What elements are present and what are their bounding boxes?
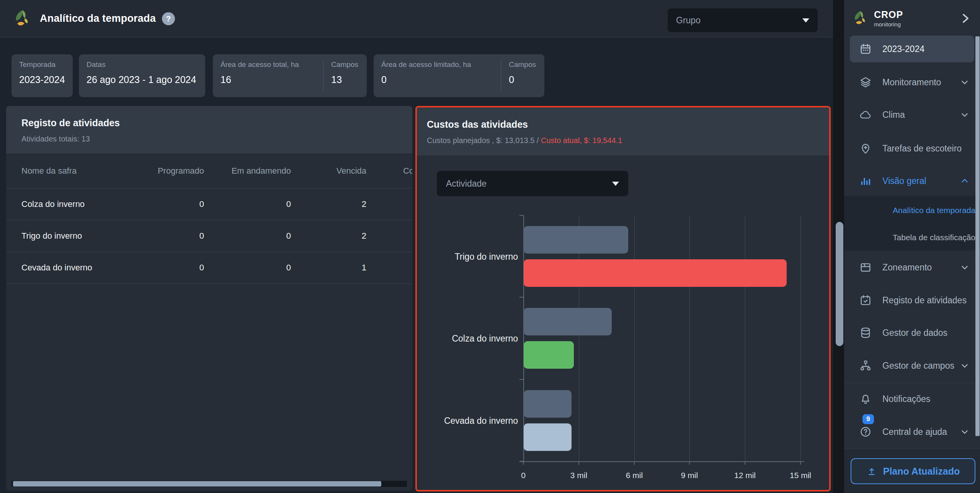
bar-planned-0[interactable] <box>524 226 628 254</box>
sidebar-item-notificacoes[interactable]: Notificações <box>850 387 974 411</box>
plan-updated-label: Plano Atualizado <box>883 466 960 477</box>
x-axis-tick <box>578 461 579 465</box>
table-header-row: Nome da safra Programado Em andamendo Ve… <box>6 153 412 189</box>
chevron-down-icon <box>802 18 809 23</box>
sidebar-item-season[interactable]: 2023-2024 <box>850 36 974 62</box>
cell-vencida: 1 <box>291 252 367 284</box>
sidebar-item-registo-de-atividades[interactable]: Registo de atividades <box>850 288 974 312</box>
col-nome-da-safra: Nome da safra <box>6 153 144 189</box>
costs-panel-header: Custos das atividades Custos planejados … <box>417 107 829 155</box>
content-scrollbar-track[interactable] <box>833 0 844 493</box>
sidebar-item-monitoramento[interactable]: Monitoramento <box>850 70 974 94</box>
sidebar-item-gestor-de-campos[interactable]: Gestor de campos <box>850 353 974 378</box>
bar-planned-1[interactable] <box>524 308 612 335</box>
stat-area-limitada: Área de acesso limitado, ha 0 Campos 0 <box>374 54 544 97</box>
costs-panel-highlighted: Custos das atividades Custos planejados … <box>415 106 831 491</box>
sidebar-subitem-analitico-da-temporada[interactable]: Analítico da temporada <box>844 202 978 219</box>
stat-area-total: Área de acesso total, ha 16 Campos 13 <box>213 54 367 97</box>
y-axis-tick <box>519 379 523 380</box>
stat-value: 26 ago 2023 - 1 ago 2024 <box>87 74 196 85</box>
category-label: Trigo do inverno <box>423 251 518 262</box>
sidebar-item-label: Visão geral <box>882 176 926 186</box>
map-pin-plus-icon <box>859 142 872 155</box>
cell-vencida: 2 <box>291 220 367 252</box>
activities-total: Atividades totais: 13 <box>21 135 412 143</box>
chevron-up-icon <box>960 176 970 186</box>
chevron-down-icon <box>612 182 619 186</box>
stat-label: Área de acesso limitado, ha <box>381 60 492 69</box>
cell-em-andamento: 0 <box>204 220 291 252</box>
planned-costs-text: Custos planejados , $: 13,013.5 / <box>427 136 541 145</box>
gridline <box>689 215 690 461</box>
chevron-down-icon <box>960 427 970 437</box>
activities-panel-header: Registo de atividades Atividades totais:… <box>6 106 412 153</box>
horizontal-scrollbar-thumb[interactable] <box>13 481 381 486</box>
cell-em-andamento: 0 <box>204 252 291 284</box>
table-row[interactable]: Trigo do inverno 0 0 2 <box>6 220 412 252</box>
chevron-right-icon <box>959 10 972 27</box>
bar-planned-2[interactable] <box>524 390 572 418</box>
cell-vencida: 2 <box>291 189 367 220</box>
sidebar-item-gestor-de-dados[interactable]: Gestor de dados <box>850 321 974 345</box>
chevron-down-icon <box>960 361 970 371</box>
stat-value: 13 <box>331 74 358 85</box>
sidebar-item-tarefas-de-escoteiro[interactable]: Tarefas de escoteiro <box>850 136 974 161</box>
sidebar-subitem-tabela-de-classificacao[interactable]: Tabela de classificação <box>844 229 978 246</box>
content-scrollbar-thumb[interactable] <box>836 222 843 346</box>
plan-updated-button[interactable]: Plano Atualizado <box>851 458 975 484</box>
page-title: Analítico da temporada <box>40 13 156 24</box>
col-vencida: Vencida <box>291 153 367 189</box>
sidebar-item-visao-geral[interactable]: Visão geral <box>850 169 974 193</box>
table-row[interactable]: Colza do inverno 0 0 2 <box>6 189 412 220</box>
x-axis-label: 12 mil <box>722 471 768 480</box>
table-row[interactable]: Cevada do inverno 0 0 1 <box>6 252 412 284</box>
bar-actual-0[interactable] <box>524 259 787 287</box>
sidebar-item-label: Central de ajuda <box>882 427 947 437</box>
sidebar-header: CROP monitoring <box>844 0 980 37</box>
col-em-andamento: Em andamendo <box>204 153 291 189</box>
group-dropdown-value: Grupo <box>676 15 802 26</box>
x-axis-label: 0 <box>500 471 546 480</box>
sidebar-collapse-button[interactable] <box>959 10 972 27</box>
stat-temporada: Temporada 2023-2024 <box>11 54 73 97</box>
stat-datas: Datas 26 ago 2023 - 1 ago 2024 <box>79 54 205 97</box>
x-axis-tick <box>634 461 635 465</box>
x-axis-label: 15 mil <box>777 471 823 480</box>
sidebar-item-clima[interactable]: Clima <box>850 103 974 127</box>
stat-value: 0 <box>381 74 492 85</box>
activities-table: Nome da safra Programado Em andamendo Ve… <box>6 153 412 284</box>
bar-actual-2[interactable] <box>524 423 572 451</box>
crop-name: Colza do inverno <box>6 189 144 220</box>
stat-value: 0 <box>509 74 536 85</box>
x-axis-tick <box>689 461 690 465</box>
costs-summary: Custos planejados , $: 13,013.5 / Custo … <box>427 136 829 145</box>
help-count-badge: 9 <box>862 414 874 424</box>
stat-label: Campos <box>331 60 358 69</box>
cell-programado: 0 <box>144 252 204 284</box>
cell-concluido <box>367 189 412 220</box>
brand-subtitle: monitoring <box>874 21 903 28</box>
sidebar-item-label: Gestor de dados <box>882 328 947 338</box>
help-icon[interactable]: ? <box>162 12 175 25</box>
sidebar-item-label: Notificações <box>882 394 930 404</box>
activity-dropdown[interactable]: Actividade <box>437 171 628 196</box>
cell-em-andamento: 0 <box>204 189 291 220</box>
chevron-down-icon <box>960 77 970 87</box>
y-axis-tick <box>519 461 523 462</box>
group-dropdown[interactable]: Grupo <box>668 8 818 32</box>
brand: CROP monitoring <box>874 9 903 28</box>
x-axis-label: 9 mil <box>666 471 712 480</box>
cell-programado: 0 <box>144 189 204 220</box>
window-scrollbar-thumb[interactable] <box>975 36 980 436</box>
hierarchy-icon <box>859 360 872 372</box>
sidebar-item-label: Zoneamento <box>882 262 932 273</box>
calendar-icon <box>859 43 872 55</box>
sidebar-item-label: Monitoramento <box>882 77 941 88</box>
help-circle-icon <box>859 426 872 438</box>
cell-concluido <box>367 220 412 252</box>
bar-chart-icon <box>859 175 872 187</box>
bar-actual-1[interactable] <box>524 341 574 369</box>
horizontal-scrollbar[interactable] <box>11 481 407 487</box>
sidebar-item-zoneamento[interactable]: Zoneamento <box>850 255 974 280</box>
bell-icon <box>859 393 872 405</box>
